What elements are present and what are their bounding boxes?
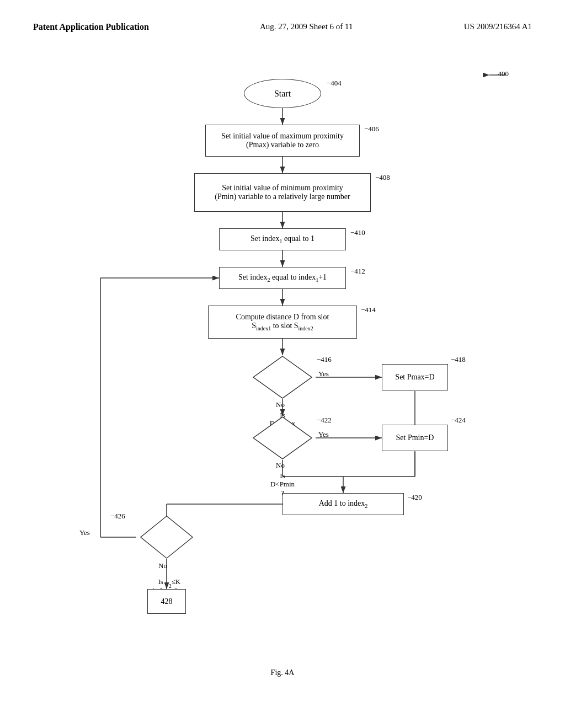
header-center: Aug. 27, 2009 Sheet 6 of 11 <box>260 22 353 31</box>
box-414: Compute distance D from slotSindex1 to s… <box>208 306 357 339</box>
yes-426: Yes <box>79 528 90 537</box>
box-418: Set Pmax=D <box>382 364 448 390</box>
ref-426: −426 <box>110 512 125 521</box>
box-408-label: Set initial value of minimum proximity(P… <box>215 184 350 201</box>
box-408: Set initial value of minimum proximity(P… <box>194 173 371 212</box>
ref-416: −416 <box>317 355 332 364</box>
no-416: No <box>276 400 285 409</box>
ref-418: −418 <box>451 355 466 364</box>
ref-408: −408 <box>375 173 390 182</box>
no-422: No <box>276 461 285 470</box>
ref-420: −420 <box>407 493 422 502</box>
start-label: Start <box>274 89 291 99</box>
box-428: 428 <box>147 589 186 614</box>
header: Patent Application Publication Aug. 27, … <box>33 22 532 32</box>
svg-marker-24 <box>253 417 312 459</box>
date-sheet: Aug. 27, 2009 Sheet 6 of 11 <box>260 22 353 31</box>
yes-422: Yes <box>318 430 329 439</box>
box-410-label: Set index1 equal to 1 <box>250 234 315 244</box>
header-right: US 2009/216364 A1 <box>464 22 532 31</box>
ref-414: −414 <box>361 306 376 314</box>
yes-416: Yes <box>318 370 329 378</box>
box-420: Add 1 to index2 <box>282 493 404 515</box>
publication-title: Patent Application Publication <box>33 22 149 31</box>
ref-410: −410 <box>350 228 365 237</box>
ref-424: −424 <box>451 416 466 425</box>
start-node: Start <box>244 79 321 108</box>
diagram-area: 400 Start −404 Set initial value of maxi… <box>45 49 520 677</box>
no-426: No <box>158 561 167 570</box>
box-412: Set index2 equal to index1+1 <box>219 267 346 289</box>
box-424-label: Set Pmin=D <box>396 433 434 442</box>
box-418-label: Set Pmax=D <box>395 373 434 382</box>
box-410: Set index1 equal to 1 <box>219 228 346 250</box>
ref-404: −404 <box>327 79 342 88</box>
box-406: Set initial value of maximum proximity(P… <box>205 125 360 157</box>
box-420-label: Add 1 to index2 <box>319 499 368 509</box>
diamond-422: IsD<Pmin? <box>252 416 313 460</box>
box-428-label: 428 <box>161 597 173 606</box>
page: Patent Application Publication Aug. 27, … <box>0 0 565 728</box>
ref-422: −422 <box>317 416 332 425</box>
svg-marker-25 <box>141 516 193 558</box>
ref-406: −406 <box>364 125 379 133</box>
box-424: Set Pmin=D <box>382 425 448 451</box>
diamond-416: IsD>Pmax? <box>252 355 313 399</box>
patent-number: US 2009/216364 A1 <box>464 22 532 31</box>
diamond-426: Isindex2≤K? <box>136 515 197 559</box>
box-414-label: Compute distance D from slotSindex1 to s… <box>236 313 329 331</box>
box-406-label: Set initial value of maximum proximity(P… <box>221 132 344 149</box>
ref-412: −412 <box>350 267 365 276</box>
svg-marker-23 <box>253 356 312 398</box>
ref-400-arrow <box>478 64 511 81</box>
box-412-label: Set index2 equal to index1+1 <box>238 273 327 283</box>
header-left: Patent Application Publication <box>33 22 149 32</box>
figure-caption: Fig. 4A <box>45 668 520 677</box>
